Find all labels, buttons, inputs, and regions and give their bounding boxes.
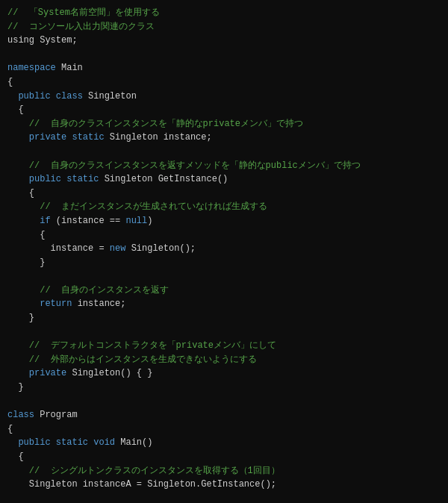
code-line: class Program — [7, 408, 441, 422]
code-token: public — [29, 174, 61, 184]
code-token: null — [125, 216, 147, 226]
code-token — [7, 91, 18, 101]
code-line: } — [7, 381, 441, 395]
code-line: { — [7, 75, 441, 90]
code-token: instance; — [72, 299, 125, 309]
code-token: new — [110, 243, 126, 254]
code-line — [7, 269, 441, 284]
code-token — [51, 91, 56, 101]
code-line: // デフォルトコンストラクタを「privateメンバ」にして — [7, 339, 441, 353]
code-line: // まだインスタンスが生成されていなければ生成する — [7, 200, 441, 214]
code-line: Singleton instanceA = Singleton.GetInsta… — [7, 478, 441, 492]
code-line: { — [7, 103, 441, 117]
code-line — [7, 48, 441, 62]
code-token: (instance == — [51, 216, 126, 226]
code-token: public — [18, 437, 50, 448]
code-line: return instance; — [7, 297, 441, 311]
code-token: Main — [56, 63, 83, 73]
code-line: public static void Main() — [7, 436, 441, 450]
code-token: class — [56, 91, 83, 101]
code-line: instance = new Singleton(); — [7, 242, 441, 256]
code-token: return — [40, 299, 72, 309]
code-token — [7, 174, 29, 184]
code-token: private — [29, 368, 66, 378]
code-token — [7, 216, 40, 226]
code-token: namespace — [7, 63, 56, 73]
code-line: // シングルトンクラスのインスタンスを取得する（1回目） — [7, 464, 441, 478]
code-line: public static Singleton GetInstance() — [7, 172, 441, 187]
code-line — [7, 145, 441, 159]
code-line: { — [7, 187, 441, 201]
code-line: using System; — [7, 34, 441, 48]
code-token: Singleton — [83, 91, 137, 101]
code-token: static — [66, 174, 99, 184]
code-line: public class Singleton — [7, 90, 441, 104]
code-line: } — [7, 256, 441, 270]
code-token: ) — [147, 216, 152, 226]
code-token: static — [72, 132, 104, 143]
code-token: if — [40, 216, 50, 226]
code-editor: // 「System名前空間」を使用する// コンソール入出力関連のクラスusi… — [0, 0, 448, 503]
code-token: Singleton(); — [125, 243, 196, 254]
code-token: Singleton() { } — [66, 368, 152, 378]
code-line: // 「System名前空間」を使用する — [7, 6, 441, 20]
code-token — [7, 299, 40, 309]
code-token: Program — [34, 410, 78, 420]
code-line: // 外部からはインスタンスを生成できないようにする — [7, 353, 441, 367]
code-line: // コンソール入出力関連のクラス — [7, 20, 441, 34]
code-line: namespace Main — [7, 61, 441, 75]
code-token — [7, 132, 29, 143]
code-token: void — [93, 437, 115, 448]
code-line — [7, 325, 441, 340]
code-token: Main() — [115, 437, 152, 448]
code-token: public — [18, 91, 50, 101]
code-line: { — [7, 422, 441, 437]
code-token — [7, 368, 29, 378]
code-line: { — [7, 450, 441, 464]
code-line: } — [7, 311, 441, 325]
code-token: Singleton GetInstance() — [99, 174, 228, 184]
code-token: static — [56, 437, 88, 448]
code-token: instance = — [7, 243, 110, 254]
code-line: // 自身のクラスインスタンスを「静的なprivateメンバ」で持つ — [7, 117, 441, 131]
code-line: // 自身のクラスインスタンスを返すメソッドを「静的なpublicメンバ」で持つ — [7, 159, 441, 173]
code-token: Singleton instance; — [105, 132, 212, 143]
code-line: private static Singleton instance; — [7, 131, 441, 145]
code-line: if (instance == null) — [7, 214, 441, 228]
code-line — [7, 395, 441, 409]
code-line — [7, 492, 441, 503]
code-line: { — [7, 228, 441, 243]
code-line: private Singleton() { } — [7, 366, 441, 381]
code-token — [7, 437, 18, 448]
code-token: class — [7, 410, 34, 420]
code-token — [51, 437, 56, 448]
code-token: private — [29, 132, 66, 143]
code-line: // 自身のインスタンスを返す — [7, 284, 441, 298]
